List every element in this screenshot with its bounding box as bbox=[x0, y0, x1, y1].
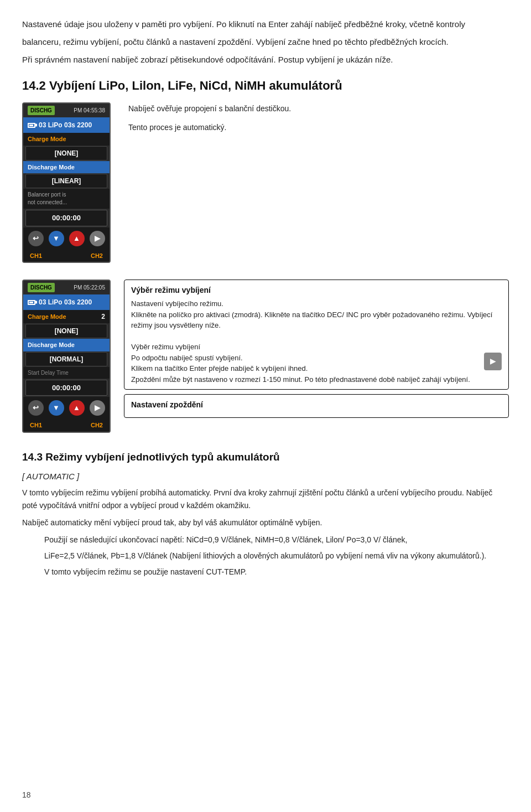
screen2-header: DISCHG PM 05:22:05 bbox=[23, 281, 110, 294]
btn2-back[interactable]: ↩ bbox=[28, 400, 44, 416]
screen2-footer: CH1 CH2 bbox=[23, 419, 110, 432]
section-14-3-sub-label: [ AUTOMATIC ] bbox=[22, 470, 509, 483]
btn-back[interactable]: ↩ bbox=[28, 231, 44, 246]
screen1-header: DISCHG PM 04:55:38 bbox=[23, 104, 110, 117]
section-block-1: DISCHG PM 04:55:38 03 LiPo 03s 2200 Char… bbox=[22, 102, 509, 263]
screen2-ch2: CH2 bbox=[91, 421, 103, 430]
screen2-ch1: CH1 bbox=[30, 421, 42, 430]
section-14-3-heading: 14.3 Režimy vybíjení jednotlivých typů a… bbox=[22, 449, 509, 466]
intro-line2: balanceru, režimu vybíjení, počtu článků… bbox=[22, 35, 509, 49]
screen1-charge-mode-label: Charge Mode bbox=[23, 133, 110, 146]
screen2-timer: 00:00:00 bbox=[25, 380, 107, 396]
btn2-up[interactable]: ▲ bbox=[69, 400, 85, 416]
screen1-charge-mode-value: [NONE] bbox=[25, 146, 107, 161]
annotation-box-2: Nastavení zpoždění bbox=[124, 394, 509, 418]
screen1-ch1: CH1 bbox=[30, 251, 42, 261]
battery-icon bbox=[28, 123, 35, 128]
btn-play[interactable]: ▶ bbox=[90, 231, 105, 246]
annotation-area: Výběr režimu vybíjení Nastavení vybíjecí… bbox=[124, 280, 509, 418]
screen1-footer: CH1 CH2 bbox=[23, 250, 110, 262]
annotation-box-1: Výběr režimu vybíjení Nastavení vybíjecí… bbox=[124, 280, 509, 390]
screen2-time: PM 05:22:05 bbox=[74, 283, 105, 292]
section-14-2-heading: 14.2 Vybíjení LiPo, Lilon, LiFe, NiCd, N… bbox=[22, 76, 509, 95]
screen1-balancer-msg: Balancer port is not connected... bbox=[23, 189, 110, 209]
section-14-3-indent1: Použijí se následující ukončovací napětí… bbox=[44, 534, 509, 546]
btn2-down[interactable]: ▼ bbox=[49, 400, 64, 416]
screen2-battery-row: 03 LiPo 03s 2200 bbox=[23, 294, 110, 310]
btn2-play[interactable]: ▶ bbox=[90, 400, 105, 416]
screen1-discharge-value: [LINEAR] bbox=[25, 174, 107, 188]
screen2-start-delay-label: Start Delay Time bbox=[23, 367, 110, 379]
screen1-discharge-label: Discharge Mode bbox=[23, 161, 110, 174]
box1-line2: Klikněte na políčko pro aktivaci (zmodrá… bbox=[131, 309, 502, 331]
screen1-timer: 00:00:00 bbox=[25, 210, 107, 226]
screen2-badge: DISCHG bbox=[28, 283, 55, 292]
screen2-buttons: ↩ ▼ ▲ ▶ bbox=[23, 397, 110, 419]
screen1-buttons: ↩ ▼ ▲ ▶ bbox=[23, 227, 110, 250]
box1-sub-line2: Klikem na tlačítko Enter přejde nabíječ … bbox=[131, 363, 480, 374]
section-14-3-body2: Nabíječ automaticky mění vybíjecí proud … bbox=[22, 516, 509, 529]
section1-callout: Nabíječ ověřuje propojení s balanční des… bbox=[128, 102, 509, 134]
annotation-box-2-title: Nastavení zpoždění bbox=[131, 399, 502, 411]
section-14-3-indent3: V tomto vybíjecím režimu se použije nast… bbox=[44, 566, 509, 578]
battery-icon-2 bbox=[28, 300, 35, 305]
screen2-charge-mode-value: [NONE] bbox=[25, 324, 107, 338]
box1-sub-line3: Zpoždění může být nastaveno v rozmezí 1-… bbox=[131, 374, 502, 385]
box1-sub-label: Výběr režimu vybíjení bbox=[131, 342, 502, 353]
section-block-2: DISCHG PM 05:22:05 03 LiPo 03s 2200 Char… bbox=[22, 280, 509, 433]
device-screen-1: DISCHG PM 04:55:38 03 LiPo 03s 2200 Char… bbox=[22, 102, 111, 263]
annotation-box-1-title: Výběr režimu vybíjení bbox=[131, 285, 502, 296]
box1-line1: Nastavení vybíjecího režimu. bbox=[131, 298, 502, 309]
callout-line2: Tento proces je automatický. bbox=[128, 121, 509, 133]
intro-line3: Při správném nastavení nabíječ zobrazí p… bbox=[22, 53, 509, 66]
play-btn-inline[interactable]: ▶ bbox=[484, 353, 502, 370]
section-14-3-indent2: LiFe=2,5 V/článek, Pb=1,8 V/článek (Nabí… bbox=[44, 550, 509, 562]
screen1-badge: DISCHG bbox=[28, 106, 55, 115]
box1-sub-line1: Po odpočtu nabíječ spustí vybíjení. bbox=[131, 353, 480, 364]
screen1-battery-row: 03 LiPo 03s 2200 bbox=[23, 117, 110, 133]
section-14-3-body1: V tomto vybíjecím režimu vybíjení probíh… bbox=[22, 487, 509, 512]
section-14-3: 14.3 Režimy vybíjení jednotlivých typů a… bbox=[22, 449, 509, 579]
screen2-discharge-value: [NORMAL] bbox=[25, 352, 107, 366]
screen2-charge-mode-row: Charge Mode 2 bbox=[23, 310, 110, 323]
screen2-charge-mode-number: 2 bbox=[101, 312, 105, 322]
screen1-time: PM 04:55:38 bbox=[74, 106, 105, 115]
callout-line1: Nabíječ ověřuje propojení s balanční des… bbox=[128, 102, 509, 115]
intro-line1: Nastavené údaje jsou uloženy v paměti pr… bbox=[22, 18, 509, 31]
screen1-ch2: CH2 bbox=[91, 251, 103, 261]
annotation-box-1-body: Nastavení vybíjecího režimu. Klikněte na… bbox=[131, 298, 502, 385]
btn-up[interactable]: ▲ bbox=[69, 231, 85, 246]
btn-down[interactable]: ▼ bbox=[49, 231, 64, 246]
device-screen-2: DISCHG PM 05:22:05 03 LiPo 03s 2200 Char… bbox=[22, 280, 111, 433]
screen2-discharge-label: Discharge Mode bbox=[23, 339, 110, 351]
box1-sub-row: Po odpočtu nabíječ spustí vybíjení. Klik… bbox=[131, 353, 502, 374]
